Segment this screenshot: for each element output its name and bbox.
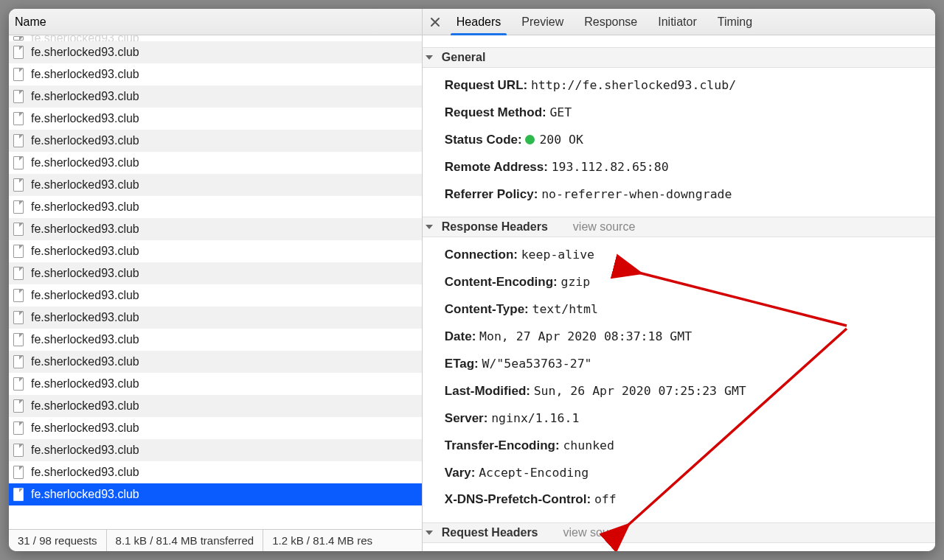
header-key: Transfer-Encoding: xyxy=(445,438,560,452)
table-row[interactable]: fe.sherlocked93.club xyxy=(9,329,422,351)
column-header-name[interactable]: Name xyxy=(9,9,422,35)
tab-headers[interactable]: Headers xyxy=(446,9,511,35)
table-row[interactable]: fe.sherlocked93.club xyxy=(9,130,422,152)
tab-initiator[interactable]: Initiator xyxy=(648,9,707,35)
view-source-link[interactable]: view source xyxy=(573,220,635,234)
request-name: fe.sherlocked93.club xyxy=(31,200,139,214)
request-name: fe.sherlocked93.club xyxy=(31,289,139,302)
table-row[interactable]: fe.sherlocked93.club xyxy=(9,284,422,307)
file-icon xyxy=(13,112,24,125)
file-icon xyxy=(13,421,24,435)
file-icon xyxy=(13,223,24,236)
table-row[interactable]: fe.sherlocked93.club xyxy=(9,461,422,483)
file-icon xyxy=(13,245,24,258)
header-entry: Status Code: 200 OK xyxy=(428,127,929,154)
header-key: ETag: xyxy=(445,357,479,371)
table-row[interactable]: fe.sherlocked93.club xyxy=(9,218,422,240)
header-entry: Connection: keep-alive xyxy=(428,242,929,269)
header-key: Request URL: xyxy=(445,78,527,92)
file-icon xyxy=(13,466,24,479)
header-key: Last-Modified: xyxy=(445,384,530,398)
header-entry: Last-Modified: Sun, 26 Apr 2020 07:25:23… xyxy=(428,378,929,405)
close-icon[interactable] xyxy=(424,11,446,33)
table-row[interactable]: fe.sherlocked93.club xyxy=(9,108,422,130)
table-row[interactable]: fe.sherlocked93.club xyxy=(9,174,422,196)
table-row[interactable]: fe.sherlocked93.club xyxy=(9,41,422,63)
table-row[interactable]: fe.sherlocked93.club xyxy=(9,152,422,174)
header-value: off xyxy=(594,492,617,506)
header-value: http://fe.sherlocked93.club/ xyxy=(531,78,736,92)
request-name: fe.sherlocked93.club xyxy=(31,223,139,236)
header-value: keep-alive xyxy=(521,248,594,262)
header-value: Sun, 26 Apr 2020 07:25:23 GMT xyxy=(534,384,746,398)
table-row[interactable]: fe.sherlocked93.club xyxy=(9,196,422,218)
header-entry: Request Method: GET xyxy=(428,99,929,127)
view-source-link[interactable]: view source xyxy=(563,526,625,539)
header-key: Date: xyxy=(445,329,476,343)
request-name: fe.sherlocked93.club xyxy=(31,46,139,59)
header-key: Connection: xyxy=(445,248,518,262)
request-name: fe.sherlocked93.club xyxy=(31,333,139,346)
header-value: GET xyxy=(549,105,572,119)
header-value: gzip xyxy=(561,275,591,289)
file-icon xyxy=(13,134,24,147)
file-icon xyxy=(13,46,24,59)
file-icon xyxy=(13,267,24,280)
status-bar: 31 / 98 requests 8.1 kB / 81.4 MB transf… xyxy=(9,529,422,551)
header-entry: Content-Type: text/html xyxy=(428,296,929,323)
table-row[interactable]: fe.sherlocked93.club xyxy=(9,240,422,262)
file-icon xyxy=(13,444,24,457)
request-name: fe.sherlocked93.club xyxy=(31,35,139,41)
header-value: nginx/1.16.1 xyxy=(491,411,579,425)
table-row[interactable]: fe.sherlocked93.club xyxy=(9,85,422,108)
chevron-down-icon xyxy=(426,531,433,535)
file-icon xyxy=(13,355,24,368)
request-details: HeadersPreviewResponseInitiatorTiming Ge… xyxy=(423,9,935,551)
status-requests: 31 / 98 requests xyxy=(9,530,107,551)
section-header[interactable]: Request Headersview source xyxy=(423,522,935,543)
header-entry: Server: nginx/1.16.1 xyxy=(428,405,929,433)
request-name: fe.sherlocked93.club xyxy=(31,267,139,280)
header-key: X-DNS-Prefetch-Control: xyxy=(445,492,591,506)
header-entry: Vary: Accept-Encoding xyxy=(428,460,929,487)
header-key: Status Code: xyxy=(445,133,522,147)
headers-detail[interactable]: GeneralRequest URL: http://fe.sherlocked… xyxy=(423,35,935,551)
header-entry: Transfer-Encoding: chunked xyxy=(428,433,929,460)
section-header[interactable]: General xyxy=(423,47,935,68)
tab-timing[interactable]: Timing xyxy=(707,9,763,35)
panels: Name fe.sherlocked93.clubfe.sherlocked93… xyxy=(9,9,935,551)
table-row[interactable]: fe.sherlocked93.club xyxy=(9,417,422,439)
tab-response[interactable]: Response xyxy=(574,9,648,35)
table-row[interactable]: fe.sherlocked93.club xyxy=(9,395,422,417)
section-title: General xyxy=(442,51,486,64)
status-resources: 1.2 kB / 81.4 MB res xyxy=(263,530,381,551)
request-rows: fe.sherlocked93.clubfe.sherlocked93.club… xyxy=(9,35,422,529)
table-row[interactable]: fe.sherlocked93.club xyxy=(9,483,422,505)
status-transferred: 8.1 kB / 81.4 MB transferred xyxy=(107,530,264,551)
section-header[interactable]: Response Headersview source xyxy=(423,217,935,237)
table-row[interactable]: fe.sherlocked93.club xyxy=(9,63,422,85)
request-name: fe.sherlocked93.club xyxy=(31,90,139,103)
table-row[interactable]: fe.sherlocked93.club xyxy=(9,351,422,373)
header-value: 193.112.82.65:80 xyxy=(552,160,669,174)
table-row[interactable]: fe.sherlocked93.club xyxy=(9,373,422,395)
detail-tabs: HeadersPreviewResponseInitiatorTiming xyxy=(423,9,935,35)
header-key: Remote Address: xyxy=(445,160,548,174)
request-name: fe.sherlocked93.club xyxy=(31,488,139,501)
devtools-window: Name fe.sherlocked93.clubfe.sherlocked93… xyxy=(9,9,935,551)
header-key: Request Method: xyxy=(445,105,546,119)
file-icon xyxy=(13,90,24,103)
table-row[interactable]: fe.sherlocked93.club xyxy=(9,262,422,284)
file-icon xyxy=(13,289,24,302)
request-name: fe.sherlocked93.club xyxy=(31,377,139,391)
chevron-down-icon xyxy=(426,225,433,229)
header-key: Content-Encoding: xyxy=(445,275,558,289)
header-value: chunked xyxy=(563,438,614,452)
file-icon xyxy=(13,200,24,214)
header-entry: Date: Mon, 27 Apr 2020 08:37:18 GMT xyxy=(428,323,929,351)
tab-preview[interactable]: Preview xyxy=(511,9,574,35)
table-row[interactable]: fe.sherlocked93.club xyxy=(9,307,422,329)
table-row[interactable]: fe.sherlocked93.club xyxy=(9,439,422,461)
request-name: fe.sherlocked93.club xyxy=(31,156,139,169)
request-name: fe.sherlocked93.club xyxy=(31,112,139,125)
